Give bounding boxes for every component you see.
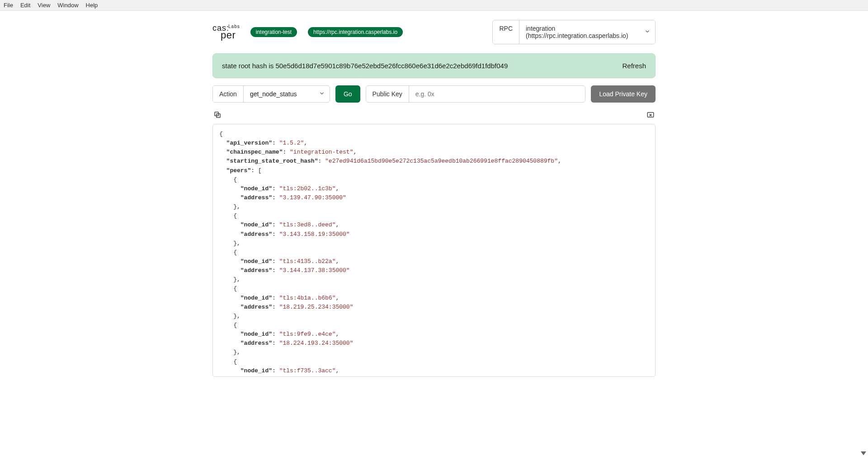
action-select[interactable]: get_node_status (244, 86, 330, 102)
menu-help[interactable]: Help (86, 2, 98, 9)
logo-per: per (221, 31, 240, 40)
clear-icon[interactable] (646, 110, 656, 121)
json-response-panel[interactable]: { "api_version": "1.5.2", "chainspec_nam… (212, 124, 656, 377)
public-key-label: Public Key (366, 86, 409, 102)
rpc-select[interactable]: integration (https://rpc.integration.cas… (519, 20, 655, 44)
rpc-selector: RPC integration (https://rpc.integration… (492, 20, 656, 44)
load-private-key-button[interactable]: Load Private Key (591, 85, 656, 103)
casperlabs-logo: cas:Labs per (212, 24, 240, 40)
topbar: cas:Labs per integration-test https://rp… (212, 20, 656, 44)
menubar: File Edit View Window Help (0, 0, 868, 11)
state-root-alert: state root hash is 50e5d6d18d7e5901c89b7… (212, 53, 656, 78)
network-badge: integration-test (250, 27, 297, 37)
json-toolbar (212, 110, 656, 121)
menu-file[interactable]: File (4, 2, 13, 9)
go-button[interactable]: Go (335, 85, 360, 103)
state-root-text: state root hash is 50e5d6d18d7e5901c89b7… (222, 62, 508, 70)
menu-view[interactable]: View (38, 2, 50, 9)
action-label: Action (213, 86, 244, 102)
menu-edit[interactable]: Edit (20, 2, 30, 9)
rpc-url-badge: https://rpc.integration.casperlabs.io (308, 27, 403, 37)
controls-row: Action get_node_status Go Public Key Loa… (212, 85, 656, 103)
public-key-input[interactable] (409, 86, 585, 102)
public-key-group: Public Key (366, 85, 586, 103)
action-group: Action get_node_status (212, 85, 330, 103)
menu-window[interactable]: Window (57, 2, 78, 9)
copy-icon[interactable] (212, 110, 222, 121)
refresh-link[interactable]: Refresh (622, 62, 646, 70)
rpc-label: RPC (493, 20, 519, 44)
logo-labs: Labs (228, 24, 240, 29)
